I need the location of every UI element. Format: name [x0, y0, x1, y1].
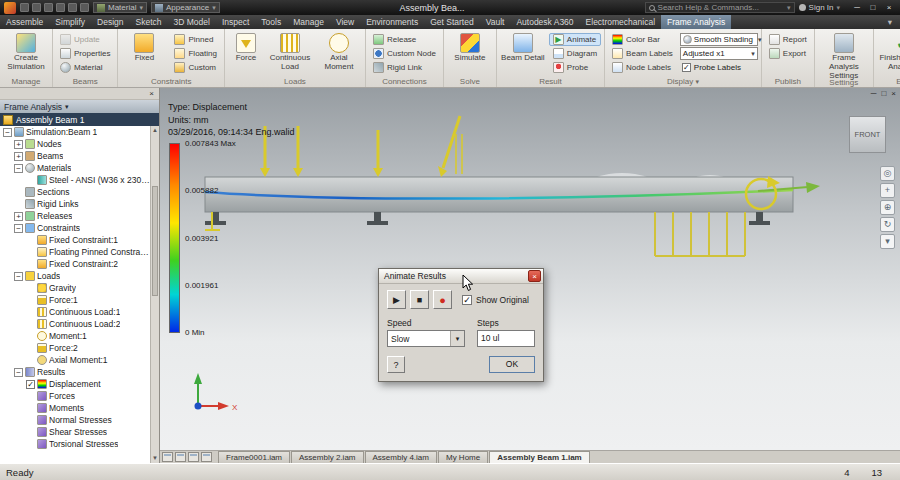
minimize-button[interactable]: ─	[850, 2, 864, 13]
material-combo[interactable]: Material ▾	[93, 2, 147, 13]
displacement-checkbox[interactable]: ✓	[26, 380, 35, 389]
tree-item[interactable]: Sections	[0, 186, 150, 198]
color-bar-toggle[interactable]: Color Bar	[608, 33, 677, 46]
navigation-wheel-icon[interactable]: ◎	[880, 166, 895, 181]
doc-close-icon[interactable]: ×	[891, 89, 896, 98]
tree-item[interactable]: Normal Stresses	[0, 414, 150, 426]
custom-node-button[interactable]: Custom Node	[369, 47, 440, 60]
browser-scrollbar[interactable]: ▲ ▼	[150, 126, 159, 463]
tab-get-started[interactable]: Get Started	[424, 15, 479, 29]
probe-button[interactable]: Probe	[549, 61, 601, 74]
tree-item[interactable]: −Results	[0, 366, 150, 378]
tree-item[interactable]: Force:1	[0, 294, 150, 306]
ribbon-options-icon[interactable]: ▾	[880, 15, 900, 29]
appearance-combo[interactable]: Appearance ▾	[151, 2, 220, 13]
viewcube[interactable]: FRONT	[849, 116, 886, 153]
collapse-toggle[interactable]: −	[14, 224, 23, 233]
save-icon[interactable]	[44, 3, 53, 12]
tree-item[interactable]: ✓Displacement	[0, 378, 150, 390]
doc-minimize-icon[interactable]: ─	[871, 89, 877, 98]
browser-header[interactable]: Frame Analysis ▾	[0, 100, 159, 113]
tree-item[interactable]: Forces	[0, 390, 150, 402]
tree-item[interactable]: +Nodes	[0, 138, 150, 150]
force-button[interactable]: Force	[228, 31, 264, 76]
tab-manage[interactable]: Manage	[287, 15, 330, 29]
show-original-checkbox[interactable]: ✓	[462, 295, 472, 305]
group-label-publish[interactable]: Publish	[765, 76, 811, 87]
pinned-constraint-button[interactable]: Pinned	[170, 33, 220, 46]
zoom-icon[interactable]: ⊕	[880, 200, 895, 215]
release-button[interactable]: Release	[369, 33, 440, 46]
finish-frame-analysis-button[interactable]: ✓ Finish Frame Analysis	[877, 31, 900, 76]
tree-item[interactable]: Rigid Links	[0, 198, 150, 210]
speed-dropdown[interactable]: Slow ▾	[387, 330, 465, 347]
tree-item[interactable]: Force:2	[0, 342, 150, 354]
custom-constraint-button[interactable]: Custom	[170, 61, 220, 74]
doc-tab-assembly4[interactable]: Assembly 4.iam	[365, 451, 437, 463]
tree-item[interactable]: −Materials	[0, 162, 150, 174]
group-label-loads[interactable]: Loads	[228, 76, 362, 87]
properties-button[interactable]: Properties	[56, 47, 114, 60]
tree-item[interactable]: Moments	[0, 402, 150, 414]
tree-item[interactable]: Floating Pinned Constraint:1	[0, 246, 150, 258]
tab-sketch[interactable]: Sketch	[130, 15, 168, 29]
report-button[interactable]: Report	[765, 33, 811, 46]
floating-constraint-button[interactable]: Floating	[170, 47, 220, 60]
tree-item[interactable]: +Beams	[0, 150, 150, 162]
print-icon[interactable]	[80, 3, 89, 12]
tree-item[interactable]: −Simulation:Beam 1	[0, 126, 150, 138]
tree-item[interactable]: Gravity	[0, 282, 150, 294]
probe-labels-toggle[interactable]: ✓ Probe Labels	[680, 61, 758, 74]
tab-simplify[interactable]: Simplify	[49, 15, 91, 29]
redo-icon[interactable]	[68, 3, 77, 12]
sign-in-button[interactable]: Sign In ▾	[799, 3, 840, 12]
group-label-display[interactable]: Display ▾	[608, 76, 758, 87]
tree-item[interactable]: Continuous Load:2	[0, 318, 150, 330]
tree-item[interactable]: +Releases	[0, 210, 150, 222]
restore-button[interactable]: □	[866, 2, 880, 13]
doc-tab-my-home[interactable]: My Home	[438, 451, 488, 463]
group-label-connections[interactable]: Connections	[369, 76, 440, 87]
stop-button[interactable]: ■	[410, 290, 429, 309]
open-icon[interactable]	[32, 3, 41, 12]
group-label-settings[interactable]: Settings	[818, 77, 870, 88]
chevron-down-icon[interactable]: ▾	[450, 331, 464, 346]
group-label-exit[interactable]: Exit	[877, 76, 900, 87]
tree-item[interactable]: Fixed Constraint:2	[0, 258, 150, 270]
new-file-icon[interactable]	[20, 3, 29, 12]
tab-assemble[interactable]: Assemble	[0, 15, 49, 29]
tree-item[interactable]: Steel - ANSI (W36 x 230) 000...	[0, 174, 150, 186]
horizontal-windows-icon[interactable]	[188, 452, 199, 462]
beam-labels-toggle[interactable]: Beam Labels	[608, 47, 677, 60]
tab-tools[interactable]: Tools	[255, 15, 287, 29]
group-label-beams[interactable]: Beams	[56, 76, 114, 87]
tree-item[interactable]: Moment:1	[0, 330, 150, 342]
tree-item[interactable]: Torsional Stresses	[0, 438, 150, 450]
tree-item[interactable]: −Constraints	[0, 222, 150, 234]
tab-vault[interactable]: Vault	[480, 15, 511, 29]
continuous-load-button[interactable]: Continuous Load	[267, 31, 313, 76]
tree-item[interactable]: Axial Moment:1	[0, 354, 150, 366]
orbit-icon[interactable]: ↻	[880, 217, 895, 232]
update-button[interactable]: Update	[56, 33, 114, 46]
vertical-windows-icon[interactable]	[201, 452, 212, 462]
cascade-windows-icon[interactable]	[175, 452, 186, 462]
dialog-titlebar[interactable]: Animate Results ×	[379, 269, 543, 284]
animate-button[interactable]: ▶ Animate	[549, 33, 601, 46]
axial-moment-button[interactable]: Axial Moment	[316, 31, 362, 76]
close-button[interactable]: ×	[882, 2, 896, 13]
tab-inspect[interactable]: Inspect	[216, 15, 255, 29]
group-label-result[interactable]: Result	[500, 76, 601, 87]
doc-restore-icon[interactable]: □	[881, 89, 886, 98]
steps-input[interactable]: 10 ul	[477, 330, 535, 347]
create-simulation-button[interactable]: Create Simulation	[3, 31, 49, 76]
node-labels-toggle[interactable]: Node Labels	[608, 61, 677, 74]
tree-root-node[interactable]: Assembly Beam 1	[0, 113, 159, 126]
tree-item[interactable]: Fixed Constraint:1	[0, 234, 150, 246]
tab-frame-analysis[interactable]: Frame Analysis	[661, 15, 731, 29]
tab-environments[interactable]: Environments	[360, 15, 424, 29]
undo-icon[interactable]	[56, 3, 65, 12]
adjusted-scale-dropdown[interactable]: Adjusted x1 ▾	[680, 47, 758, 60]
expand-toggle[interactable]: +	[14, 140, 23, 149]
tree-item[interactable]: −Loads	[0, 270, 150, 282]
